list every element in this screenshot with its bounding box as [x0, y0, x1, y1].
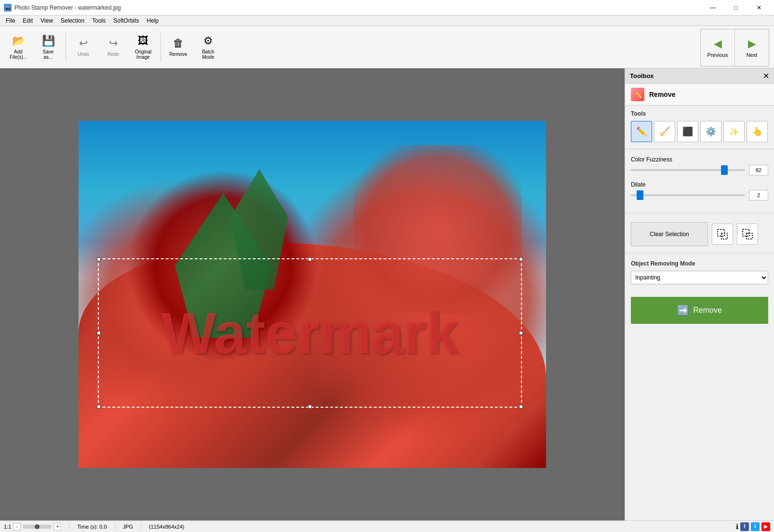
- zoom-in-button[interactable]: +: [53, 523, 61, 531]
- select-add-button[interactable]: [712, 224, 733, 245]
- menu-view[interactable]: View: [37, 16, 57, 25]
- divider-1: [625, 149, 774, 149]
- fuzziness-thumb[interactable]: [721, 165, 728, 175]
- fuzziness-value[interactable]: 82: [749, 165, 768, 175]
- toolbox-title-area: Toolbox: [630, 72, 654, 80]
- dilate-track[interactable]: [631, 194, 745, 196]
- undo-icon: ↩: [79, 37, 88, 50]
- tool-fill[interactable]: ⚙️: [700, 121, 721, 142]
- dimensions-display: (1154x864x24): [149, 524, 184, 530]
- fuzziness-track[interactable]: [631, 169, 745, 171]
- time-label: Time (s): 0.0: [77, 524, 107, 530]
- tool-pencil[interactable]: ✏️: [631, 121, 652, 142]
- info-button[interactable]: ℹ: [736, 523, 738, 531]
- fuzziness-label: Color Fuzziness: [631, 156, 768, 163]
- select-subtract-button[interactable]: [737, 224, 758, 245]
- tool-eraser[interactable]: 🧹: [654, 121, 675, 142]
- menu-selection[interactable]: Selection: [57, 16, 88, 25]
- add-files-icon: 📂: [12, 35, 25, 47]
- save-as-button[interactable]: 💾 Save as...: [34, 29, 63, 66]
- toolbox-close-button[interactable]: ✕: [763, 71, 769, 80]
- selection-handle-tr: [519, 257, 523, 261]
- facebook-icon[interactable]: f: [740, 522, 749, 531]
- selection-handle-ml: [97, 331, 101, 335]
- fuzziness-fill: [631, 169, 724, 171]
- previous-label: Previous: [707, 52, 728, 58]
- selection-section: Clear Selection: [625, 215, 774, 251]
- toolbox-title: Toolbox: [630, 72, 654, 80]
- remove-button[interactable]: 🗑 Remove: [164, 29, 193, 66]
- nav-area: ◀ Previous ▶ Next: [700, 29, 769, 66]
- tools-section: Tools ✏️ 🧹 ⬛ ⚙️ ✨ 👆: [625, 106, 774, 147]
- next-button[interactable]: ▶ Next: [735, 29, 769, 66]
- original-image-button[interactable]: 🖼 Original Image: [129, 29, 158, 66]
- removing-mode-select[interactable]: Inpainting Content-Aware Fill Smearing: [631, 271, 768, 284]
- remove-section-header: ✏️ Remove: [625, 84, 774, 106]
- watermark-text: Watermark: [161, 300, 458, 366]
- menu-softorbits[interactable]: SoftOrbits: [109, 16, 143, 25]
- image-canvas: Watermark: [79, 121, 546, 468]
- clear-selection-button[interactable]: Clear Selection: [631, 222, 708, 246]
- image-area[interactable]: Watermark: [0, 68, 625, 520]
- removing-mode-section: Object Removing Mode Inpainting Content-…: [625, 255, 774, 289]
- titlebar-controls: — □ ✕: [702, 0, 770, 15]
- youtube-icon[interactable]: ▶: [761, 522, 770, 531]
- remove-action-button[interactable]: ➡️ Remove: [631, 297, 768, 324]
- fuzziness-section: Color Fuzziness 82 Dilate 2: [625, 151, 774, 211]
- minimize-button[interactable]: —: [702, 0, 724, 15]
- statusbar-sep-3: [141, 523, 141, 531]
- tool-magic-wand[interactable]: ✨: [723, 121, 745, 142]
- format-label: JPG: [123, 524, 133, 530]
- main-content: Watermark Toolbox ✕ ✏️ Remove Tools ✏️ 🧹…: [0, 68, 774, 520]
- dilate-control: 2: [631, 190, 768, 200]
- remove-label: Remove: [169, 52, 187, 57]
- dilate-thumb[interactable]: [637, 190, 643, 200]
- fuzziness-slider-row: Color Fuzziness 82: [631, 156, 768, 175]
- titlebar: 📷 Photo Stamp Remover - watermarked.jpg …: [0, 0, 774, 15]
- remove-btn-label: Remove: [693, 306, 722, 315]
- selection-btns-row: Clear Selection: [631, 222, 768, 246]
- zoom-thumb: [35, 524, 40, 529]
- toolbox-header: Toolbox ✕: [625, 68, 774, 84]
- toolbar: 📂 Add File(s)... 💾 Save as... ↩ Undo ↪ R…: [0, 26, 774, 68]
- selection-handle-tm: [308, 257, 312, 261]
- batch-mode-button[interactable]: ⚙ Batch Mode: [194, 29, 223, 66]
- menubar: File Edit View Selection Tools SoftOrbit…: [0, 15, 774, 26]
- add-files-button[interactable]: 📂 Add File(s)...: [4, 29, 33, 66]
- menu-help[interactable]: Help: [143, 16, 163, 25]
- tool-stamp[interactable]: 👆: [747, 121, 768, 142]
- next-icon: ▶: [748, 38, 756, 50]
- remove-icon: 🗑: [173, 37, 184, 50]
- menu-edit[interactable]: Edit: [19, 16, 37, 25]
- toolbox-panel: Toolbox ✕ ✏️ Remove Tools ✏️ 🧹 ⬛ ⚙️ ✨ 👆: [625, 68, 774, 520]
- zoom-slider[interactable]: [23, 525, 52, 529]
- close-button[interactable]: ✕: [748, 0, 770, 15]
- dilate-slider-row: Dilate 2: [631, 181, 768, 200]
- remove-icon-display: ✏️: [631, 88, 644, 101]
- divider-2: [625, 213, 774, 213]
- app-icon: 📷: [4, 4, 12, 12]
- format-display: JPG: [123, 524, 133, 530]
- removing-mode-label: Object Removing Mode: [631, 260, 768, 267]
- menu-file[interactable]: File: [2, 16, 19, 25]
- image-background: Watermark: [79, 121, 546, 468]
- zoom-out-button[interactable]: -: [13, 523, 21, 531]
- dimensions-label: (1154x864x24): [149, 524, 184, 530]
- menu-tools[interactable]: Tools: [88, 16, 109, 25]
- statusbar-actions: ℹ f t ▶: [736, 522, 770, 531]
- dilate-value[interactable]: 2: [749, 190, 768, 200]
- redo-button[interactable]: ↪ Redo: [99, 29, 128, 66]
- original-image-label: Original Image: [135, 49, 151, 60]
- redo-icon: ↪: [109, 37, 118, 50]
- maximize-button[interactable]: □: [725, 0, 747, 15]
- twitter-icon[interactable]: t: [751, 522, 760, 531]
- selection-handle-tl: [97, 257, 101, 261]
- titlebar-left: 📷 Photo Stamp Remover - watermarked.jpg: [4, 4, 121, 12]
- previous-button[interactable]: ◀ Previous: [701, 29, 734, 66]
- watermark-selection[interactable]: Watermark: [98, 258, 522, 408]
- batch-mode-label: Batch Mode: [202, 49, 214, 60]
- undo-button[interactable]: ↩ Undo: [69, 29, 98, 66]
- divider-3: [625, 253, 774, 253]
- zoom-level: 1:1: [4, 524, 11, 530]
- tool-rect-select[interactable]: ⬛: [677, 121, 698, 142]
